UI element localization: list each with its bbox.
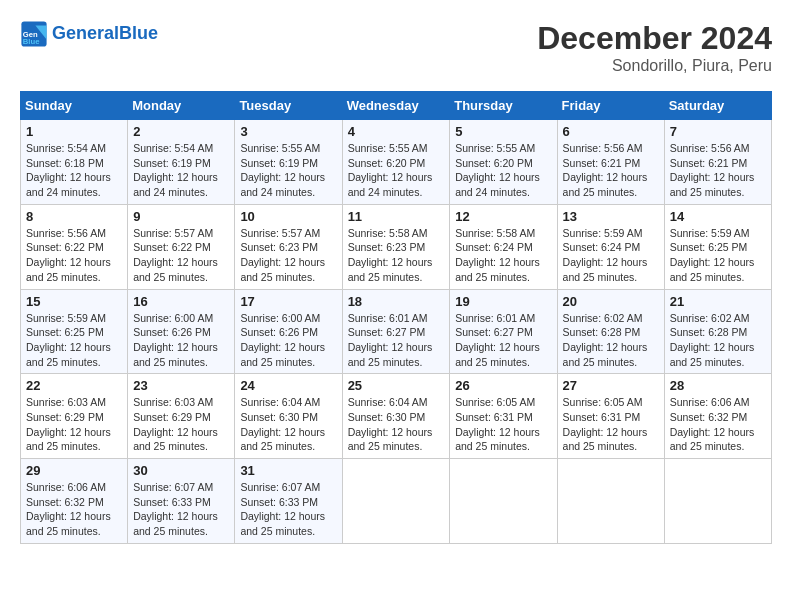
calendar-week-3: 15Sunrise: 5:59 AM Sunset: 6:25 PM Dayli… (21, 289, 772, 374)
calendar-cell: 12Sunrise: 5:58 AM Sunset: 6:24 PM Dayli… (450, 204, 557, 289)
calendar-subtitle: Sondorillo, Piura, Peru (537, 57, 772, 75)
weekday-monday: Monday (128, 92, 235, 120)
calendar-week-4: 22Sunrise: 6:03 AM Sunset: 6:29 PM Dayli… (21, 374, 772, 459)
day-number: 10 (240, 209, 336, 224)
day-info: Sunrise: 6:02 AM Sunset: 6:28 PM Dayligh… (563, 311, 659, 370)
calendar-cell (342, 459, 450, 544)
day-info: Sunrise: 6:01 AM Sunset: 6:27 PM Dayligh… (348, 311, 445, 370)
weekday-saturday: Saturday (664, 92, 771, 120)
day-number: 26 (455, 378, 551, 393)
day-number: 8 (26, 209, 122, 224)
day-info: Sunrise: 6:04 AM Sunset: 6:30 PM Dayligh… (240, 395, 336, 454)
day-info: Sunrise: 5:59 AM Sunset: 6:24 PM Dayligh… (563, 226, 659, 285)
calendar-cell: 4Sunrise: 5:55 AM Sunset: 6:20 PM Daylig… (342, 120, 450, 205)
title-block: December 2024 Sondorillo, Piura, Peru (537, 20, 772, 75)
calendar-cell (450, 459, 557, 544)
day-number: 11 (348, 209, 445, 224)
logo: Gen Blue GeneralBlue (20, 20, 158, 48)
logo-general: General (52, 23, 119, 43)
weekday-friday: Friday (557, 92, 664, 120)
calendar-cell: 3Sunrise: 5:55 AM Sunset: 6:19 PM Daylig… (235, 120, 342, 205)
logo-icon: Gen Blue (20, 20, 48, 48)
day-number: 7 (670, 124, 766, 139)
calendar-cell: 29Sunrise: 6:06 AM Sunset: 6:32 PM Dayli… (21, 459, 128, 544)
logo-blue: Blue (119, 23, 158, 43)
day-info: Sunrise: 6:07 AM Sunset: 6:33 PM Dayligh… (240, 480, 336, 539)
calendar-cell: 15Sunrise: 5:59 AM Sunset: 6:25 PM Dayli… (21, 289, 128, 374)
day-info: Sunrise: 5:57 AM Sunset: 6:22 PM Dayligh… (133, 226, 229, 285)
calendar-cell: 5Sunrise: 5:55 AM Sunset: 6:20 PM Daylig… (450, 120, 557, 205)
day-info: Sunrise: 5:58 AM Sunset: 6:24 PM Dayligh… (455, 226, 551, 285)
day-number: 17 (240, 294, 336, 309)
calendar-week-5: 29Sunrise: 6:06 AM Sunset: 6:32 PM Dayli… (21, 459, 772, 544)
day-number: 12 (455, 209, 551, 224)
calendar-table: SundayMondayTuesdayWednesdayThursdayFrid… (20, 91, 772, 544)
day-number: 15 (26, 294, 122, 309)
day-number: 19 (455, 294, 551, 309)
day-number: 4 (348, 124, 445, 139)
day-info: Sunrise: 6:07 AM Sunset: 6:33 PM Dayligh… (133, 480, 229, 539)
calendar-cell: 8Sunrise: 5:56 AM Sunset: 6:22 PM Daylig… (21, 204, 128, 289)
day-info: Sunrise: 6:01 AM Sunset: 6:27 PM Dayligh… (455, 311, 551, 370)
day-number: 23 (133, 378, 229, 393)
weekday-sunday: Sunday (21, 92, 128, 120)
day-number: 25 (348, 378, 445, 393)
calendar-cell: 23Sunrise: 6:03 AM Sunset: 6:29 PM Dayli… (128, 374, 235, 459)
calendar-cell: 30Sunrise: 6:07 AM Sunset: 6:33 PM Dayli… (128, 459, 235, 544)
day-number: 30 (133, 463, 229, 478)
day-number: 28 (670, 378, 766, 393)
day-info: Sunrise: 6:05 AM Sunset: 6:31 PM Dayligh… (563, 395, 659, 454)
day-info: Sunrise: 5:56 AM Sunset: 6:22 PM Dayligh… (26, 226, 122, 285)
day-info: Sunrise: 5:58 AM Sunset: 6:23 PM Dayligh… (348, 226, 445, 285)
calendar-cell: 1Sunrise: 5:54 AM Sunset: 6:18 PM Daylig… (21, 120, 128, 205)
calendar-cell (664, 459, 771, 544)
calendar-cell: 16Sunrise: 6:00 AM Sunset: 6:26 PM Dayli… (128, 289, 235, 374)
calendar-cell: 31Sunrise: 6:07 AM Sunset: 6:33 PM Dayli… (235, 459, 342, 544)
day-info: Sunrise: 6:02 AM Sunset: 6:28 PM Dayligh… (670, 311, 766, 370)
day-info: Sunrise: 5:59 AM Sunset: 6:25 PM Dayligh… (670, 226, 766, 285)
weekday-thursday: Thursday (450, 92, 557, 120)
calendar-cell: 18Sunrise: 6:01 AM Sunset: 6:27 PM Dayli… (342, 289, 450, 374)
day-number: 1 (26, 124, 122, 139)
day-info: Sunrise: 5:54 AM Sunset: 6:18 PM Dayligh… (26, 141, 122, 200)
day-number: 29 (26, 463, 122, 478)
day-info: Sunrise: 6:03 AM Sunset: 6:29 PM Dayligh… (26, 395, 122, 454)
calendar-cell: 6Sunrise: 5:56 AM Sunset: 6:21 PM Daylig… (557, 120, 664, 205)
day-info: Sunrise: 6:03 AM Sunset: 6:29 PM Dayligh… (133, 395, 229, 454)
page-header: Gen Blue GeneralBlue December 2024 Sondo… (20, 20, 772, 75)
day-info: Sunrise: 6:06 AM Sunset: 6:32 PM Dayligh… (26, 480, 122, 539)
calendar-cell (557, 459, 664, 544)
day-number: 21 (670, 294, 766, 309)
day-number: 20 (563, 294, 659, 309)
day-number: 5 (455, 124, 551, 139)
day-number: 16 (133, 294, 229, 309)
calendar-cell: 13Sunrise: 5:59 AM Sunset: 6:24 PM Dayli… (557, 204, 664, 289)
calendar-title: December 2024 (537, 20, 772, 57)
day-number: 18 (348, 294, 445, 309)
day-info: Sunrise: 5:54 AM Sunset: 6:19 PM Dayligh… (133, 141, 229, 200)
day-number: 13 (563, 209, 659, 224)
day-info: Sunrise: 6:00 AM Sunset: 6:26 PM Dayligh… (133, 311, 229, 370)
day-info: Sunrise: 5:56 AM Sunset: 6:21 PM Dayligh… (670, 141, 766, 200)
calendar-cell: 9Sunrise: 5:57 AM Sunset: 6:22 PM Daylig… (128, 204, 235, 289)
calendar-cell: 25Sunrise: 6:04 AM Sunset: 6:30 PM Dayli… (342, 374, 450, 459)
calendar-cell: 21Sunrise: 6:02 AM Sunset: 6:28 PM Dayli… (664, 289, 771, 374)
calendar-cell: 22Sunrise: 6:03 AM Sunset: 6:29 PM Dayli… (21, 374, 128, 459)
day-info: Sunrise: 6:06 AM Sunset: 6:32 PM Dayligh… (670, 395, 766, 454)
day-number: 3 (240, 124, 336, 139)
day-info: Sunrise: 6:04 AM Sunset: 6:30 PM Dayligh… (348, 395, 445, 454)
calendar-cell: 2Sunrise: 5:54 AM Sunset: 6:19 PM Daylig… (128, 120, 235, 205)
day-info: Sunrise: 5:57 AM Sunset: 6:23 PM Dayligh… (240, 226, 336, 285)
day-number: 9 (133, 209, 229, 224)
day-info: Sunrise: 6:00 AM Sunset: 6:26 PM Dayligh… (240, 311, 336, 370)
weekday-wednesday: Wednesday (342, 92, 450, 120)
day-number: 2 (133, 124, 229, 139)
day-info: Sunrise: 5:55 AM Sunset: 6:20 PM Dayligh… (455, 141, 551, 200)
day-number: 24 (240, 378, 336, 393)
calendar-cell: 24Sunrise: 6:04 AM Sunset: 6:30 PM Dayli… (235, 374, 342, 459)
calendar-cell: 17Sunrise: 6:00 AM Sunset: 6:26 PM Dayli… (235, 289, 342, 374)
day-number: 6 (563, 124, 659, 139)
weekday-header-row: SundayMondayTuesdayWednesdayThursdayFrid… (21, 92, 772, 120)
calendar-cell: 28Sunrise: 6:06 AM Sunset: 6:32 PM Dayli… (664, 374, 771, 459)
day-number: 27 (563, 378, 659, 393)
